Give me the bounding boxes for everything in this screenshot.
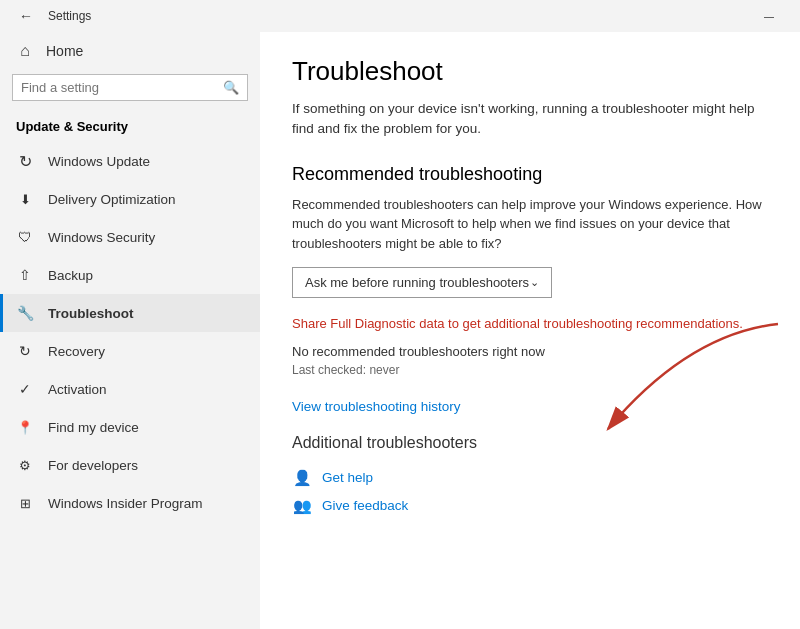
additional-troubleshooters-heading: Additional troubleshooters xyxy=(292,434,768,452)
search-box[interactable]: 🔍 xyxy=(12,74,248,101)
minimize-button[interactable]: — xyxy=(746,0,792,32)
dropdown-label: Ask me before running troubleshooters xyxy=(305,275,529,290)
backup-icon: ⇧ xyxy=(16,266,34,284)
sidebar-item-delivery-optimization[interactable]: ⬇ Delivery Optimization xyxy=(0,180,260,218)
recommended-description: Recommended troubleshooters can help imp… xyxy=(292,195,768,254)
chevron-down-icon: ⌄ xyxy=(530,276,539,289)
back-button[interactable]: ← xyxy=(12,2,40,30)
home-label: Home xyxy=(46,43,83,59)
give-feedback-item[interactable]: 👥 Give feedback xyxy=(292,496,768,516)
sidebar-item-for-developers[interactable]: ⚙ For developers xyxy=(0,446,260,484)
give-feedback-icon: 👥 xyxy=(292,496,312,516)
sidebar-item-windows-update[interactable]: ↻ Windows Update xyxy=(0,142,260,180)
sidebar-label: Recovery xyxy=(48,344,105,359)
find-my-device-icon: 📍 xyxy=(16,418,34,436)
no-troubleshooters-text: No recommended troubleshooters right now xyxy=(292,344,768,359)
recommended-heading: Recommended troubleshooting xyxy=(292,164,768,185)
share-diagnostic-link[interactable]: Share Full Diagnostic data to get additi… xyxy=(292,316,743,331)
activation-icon: ✓ xyxy=(16,380,34,398)
titlebar-controls: — xyxy=(746,0,792,32)
app-title: Settings xyxy=(48,9,91,23)
get-help-icon: 👤 xyxy=(292,468,312,488)
sidebar: ⌂ Home 🔍 Update & Security ↻ Windows Upd… xyxy=(0,32,260,629)
for-developers-icon: ⚙ xyxy=(16,456,34,474)
sidebar-item-find-my-device[interactable]: 📍 Find my device xyxy=(0,408,260,446)
get-help-item[interactable]: 👤 Get help xyxy=(292,468,768,488)
sidebar-item-troubleshoot[interactable]: 🔧 Troubleshoot xyxy=(0,294,260,332)
section-title: Update & Security xyxy=(0,113,260,142)
search-icon: 🔍 xyxy=(223,80,239,95)
sidebar-label: Troubleshoot xyxy=(48,306,134,321)
sidebar-label: Find my device xyxy=(48,420,139,435)
sidebar-label: Activation xyxy=(48,382,107,397)
view-history-link[interactable]: View troubleshooting history xyxy=(292,399,461,414)
windows-security-icon: 🛡 xyxy=(16,228,34,246)
sidebar-label: Delivery Optimization xyxy=(48,192,176,207)
sidebar-label: For developers xyxy=(48,458,138,473)
sidebar-item-windows-security[interactable]: 🛡 Windows Security xyxy=(0,218,260,256)
troubleshoot-icon: 🔧 xyxy=(16,304,34,322)
page-title: Troubleshoot xyxy=(292,56,768,87)
windows-update-icon: ↻ xyxy=(16,152,34,170)
titlebar: ← Settings — xyxy=(0,0,800,32)
last-checked-text: Last checked: never xyxy=(292,363,768,377)
sidebar-item-activation[interactable]: ✓ Activation xyxy=(0,370,260,408)
sidebar-label: Windows Update xyxy=(48,154,150,169)
delivery-optimization-icon: ⬇ xyxy=(16,190,34,208)
additional-section-container: Additional troubleshooters xyxy=(292,434,768,452)
troubleshooter-dropdown[interactable]: Ask me before running troubleshooters ⌄ xyxy=(292,267,552,298)
page-subtitle: If something on your device isn't workin… xyxy=(292,99,768,140)
search-input[interactable] xyxy=(21,80,223,95)
sidebar-label: Windows Security xyxy=(48,230,155,245)
give-feedback-link[interactable]: Give feedback xyxy=(322,498,408,513)
sidebar-item-backup[interactable]: ⇧ Backup xyxy=(0,256,260,294)
sidebar-label: Windows Insider Program xyxy=(48,496,203,511)
sidebar-item-recovery[interactable]: ↻ Recovery xyxy=(0,332,260,370)
windows-insider-icon: ⊞ xyxy=(16,494,34,512)
share-diagnostic-block: Share Full Diagnostic data to get additi… xyxy=(292,314,768,334)
get-help-link[interactable]: Get help xyxy=(322,470,373,485)
sidebar-label: Backup xyxy=(48,268,93,283)
bottom-links: 👤 Get help 👥 Give feedback xyxy=(292,468,768,516)
sidebar-home-item[interactable]: ⌂ Home xyxy=(0,32,260,70)
sidebar-item-windows-insider[interactable]: ⊞ Windows Insider Program xyxy=(0,484,260,522)
app-body: ⌂ Home 🔍 Update & Security ↻ Windows Upd… xyxy=(0,32,800,629)
home-icon: ⌂ xyxy=(16,42,34,60)
content-area: Troubleshoot If something on your device… xyxy=(260,32,800,629)
titlebar-left: ← Settings xyxy=(12,2,91,30)
recovery-icon: ↻ xyxy=(16,342,34,360)
